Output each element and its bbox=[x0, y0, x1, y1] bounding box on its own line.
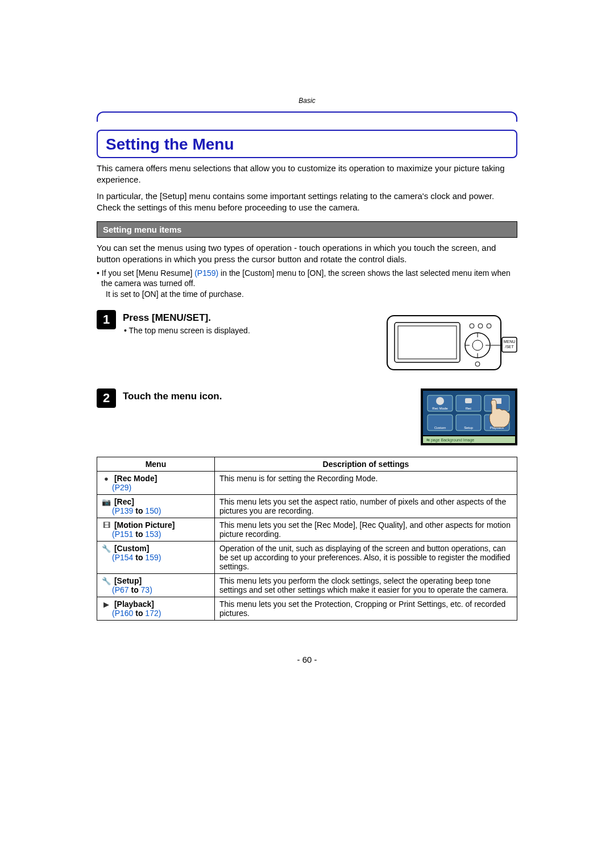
menu-name-cell: 🔧 [Custom](P154 to 159) bbox=[97, 542, 215, 574]
top-border-decoration bbox=[97, 111, 517, 122]
svg-rect-2 bbox=[398, 326, 457, 359]
page-ref-link[interactable]: (P29) bbox=[102, 483, 131, 492]
menu-set-label-line2: /SET bbox=[505, 345, 514, 349]
step-2: 2 Touch the menu icon. Rec Mode Rec bbox=[97, 388, 517, 445]
tile-setup-label: Setup bbox=[464, 426, 473, 429]
page-number: - 60 - bbox=[97, 655, 517, 664]
step-1: 1 Press [MENU/SET]. • The top menu scree… bbox=[97, 310, 517, 373]
menu-item-label: [Custom] bbox=[112, 544, 149, 553]
page-ref-link[interactable]: (P67 to 73) bbox=[102, 585, 152, 594]
menu-description-cell: This menu is for setting the Recording M… bbox=[214, 472, 517, 495]
menu-item-label: [Playback] bbox=[112, 600, 154, 609]
step-1-title: Press [MENU/SET]. bbox=[123, 312, 380, 324]
svg-point-9 bbox=[470, 324, 474, 328]
section-label: Basic bbox=[97, 97, 517, 105]
menu-name-cell: ● [Rec Mode](P29) bbox=[97, 472, 215, 495]
table-row: ▶ [Playback](P160 to 172)This menu lets … bbox=[97, 597, 517, 621]
table-row: ● [Rec Mode](P29)This menu is for settin… bbox=[97, 472, 517, 495]
menu-item-label: [Rec] bbox=[112, 497, 134, 506]
table-row: 🎞 [Motion Picture](P151 to 153)This menu… bbox=[97, 518, 517, 542]
step-1-number-badge: 1 bbox=[97, 310, 116, 329]
menu-item-label: [Setup] bbox=[112, 576, 142, 585]
svg-point-18 bbox=[436, 397, 444, 405]
menu-description-cell: This menu lets you set the aspect ratio,… bbox=[214, 495, 517, 518]
menu-description-cell: Operation of the unit, such as displayin… bbox=[214, 542, 517, 574]
menu-description-cell: This menu lets you perform the clock set… bbox=[214, 574, 517, 597]
menu-name-cell: ▶ [Playback](P160 to 172) bbox=[97, 597, 215, 621]
camera-back-illustration: MENU /SET bbox=[387, 310, 517, 373]
step-2-title: Touch the menu icon. bbox=[123, 391, 414, 402]
menu-item-icon: 🔧 bbox=[102, 544, 111, 553]
sub-intro: You can set the menus using two types of… bbox=[97, 242, 517, 266]
page-ref-link[interactable]: (P151 to 153) bbox=[102, 530, 161, 539]
menu-set-label-line1: MENU bbox=[504, 340, 516, 344]
menu-item-icon: ▶ bbox=[102, 600, 111, 609]
note-line2: It is set to [ON] at the time of purchas… bbox=[101, 290, 244, 299]
tile-rec-label: Rec bbox=[466, 407, 472, 410]
menu-name-cell: 🔧 [Setup](P67 to 73) bbox=[97, 574, 215, 597]
menu-item-icon: ● bbox=[102, 474, 111, 483]
tile-rec-mode-label: Rec Mode bbox=[432, 407, 448, 410]
menu-description-cell: This menu lets you set the [Rec Mode], [… bbox=[214, 518, 517, 542]
menu-item-icon: 📷 bbox=[102, 498, 111, 506]
menu-description-cell: This menu lets you set the Protection, C… bbox=[214, 597, 517, 621]
step-1-subtext: • The top menu screen is displayed. bbox=[123, 326, 380, 335]
menu-item-label: [Motion Picture] bbox=[112, 520, 175, 530]
menu-name-cell: 📷 [Rec](P139 to 150) bbox=[97, 495, 215, 518]
svg-point-12 bbox=[475, 362, 480, 366]
page-ref-link-p159[interactable]: (P159) bbox=[194, 268, 218, 278]
page-title: Setting the Menu bbox=[106, 135, 508, 154]
note-prefix: • If you set [Menu Resume] bbox=[97, 268, 194, 278]
page-ref-link[interactable]: (P139 to 150) bbox=[102, 506, 161, 515]
step-2-number-badge: 2 bbox=[97, 388, 116, 408]
svg-point-11 bbox=[487, 324, 491, 328]
table-row: 📷 [Rec](P139 to 150)This menu lets you s… bbox=[97, 495, 517, 518]
bg-image-label: ⇆ page Background Image bbox=[426, 438, 474, 443]
table-row: 🔧 [Setup](P67 to 73)This menu lets you p… bbox=[97, 574, 517, 597]
touch-screen-illustration: Rec Mode Rec Custom Setup bbox=[421, 388, 517, 445]
table-row: 🔧 [Custom](P154 to 159)Operation of the … bbox=[97, 542, 517, 574]
intro-paragraph-2: In particular, the [Setup] menu contains… bbox=[97, 191, 517, 214]
svg-point-4 bbox=[472, 340, 483, 350]
menu-item-icon: 🎞 bbox=[102, 521, 111, 530]
menu-item-label: [Rec Mode] bbox=[112, 474, 157, 483]
page-ref-link[interactable]: (P160 to 172) bbox=[102, 609, 161, 618]
table-header-desc: Description of settings bbox=[214, 457, 517, 472]
table-header-menu: Menu bbox=[97, 457, 215, 472]
title-box: Setting the Menu bbox=[97, 130, 517, 158]
subheading-bar: Setting menu items bbox=[97, 221, 517, 238]
page-ref-link[interactable]: (P154 to 159) bbox=[102, 553, 161, 562]
tile-custom-label: Custom bbox=[434, 426, 446, 429]
menu-name-cell: 🎞 [Motion Picture](P151 to 153) bbox=[97, 518, 215, 542]
menu-resume-note: • If you set [Menu Resume] (P159) in the… bbox=[97, 268, 517, 300]
menu-item-icon: 🔧 bbox=[102, 577, 111, 585]
svg-rect-20 bbox=[465, 398, 472, 403]
svg-point-10 bbox=[478, 324, 483, 328]
intro-paragraph-1: This camera offers menu selections that … bbox=[97, 163, 517, 186]
menu-table: Menu Description of settings ● [Rec Mode… bbox=[97, 457, 517, 621]
